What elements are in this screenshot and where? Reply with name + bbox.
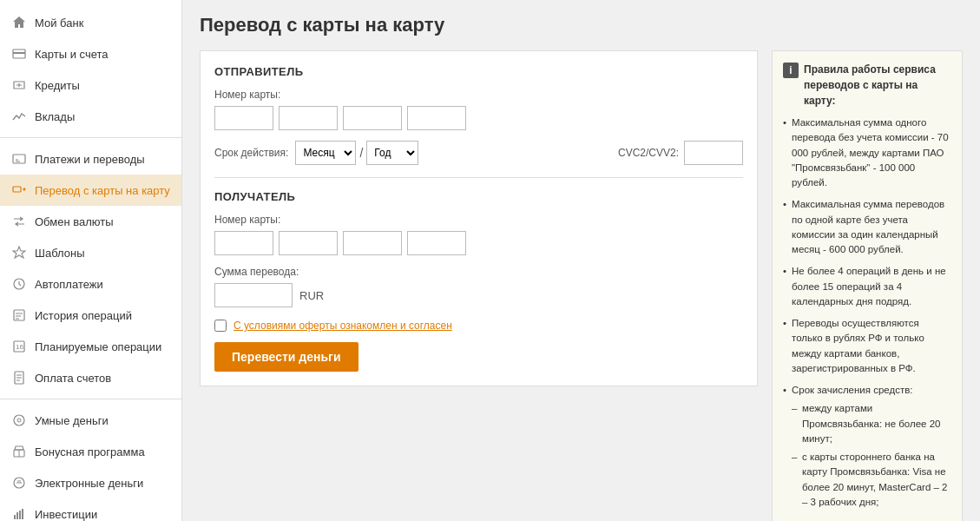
svg-marker-4 <box>13 247 25 258</box>
svg-rect-16 <box>22 509 23 519</box>
planned-icon: 16 <box>10 338 28 355</box>
deposits-icon <box>10 108 28 125</box>
sidebar-item-smart-money[interactable]: Умные деньги <box>0 405 181 436</box>
month-select[interactable]: Месяц 010203 040506 070809 101112 <box>295 141 356 165</box>
info-subrules-list: между картами Промсвязьбанка: не более 2… <box>792 401 951 510</box>
sender-card-part-1[interactable] <box>214 106 273 130</box>
amount-input[interactable] <box>214 283 293 307</box>
info-rule-3: Не более 4 операций в день и не более 15… <box>783 264 951 309</box>
sidebar-divider-1 <box>0 137 181 138</box>
sidebar-item-investments[interactable]: Инвестиции <box>0 498 181 521</box>
offer-checkbox[interactable] <box>214 320 227 332</box>
recipient-card-part-2[interactable] <box>279 231 338 255</box>
recipient-card-number-row <box>214 231 743 255</box>
investments-icon <box>10 505 28 521</box>
smart-money-icon <box>10 412 28 429</box>
recipient-section-title: ПОЛУЧАТЕЛЬ <box>214 190 743 203</box>
sidebar-item-bill[interactable]: Оплата счетов <box>0 362 181 393</box>
cvc-group: CVC2/CVV2: <box>618 141 743 165</box>
card-transfer-icon <box>10 181 28 199</box>
sidebar-item-autopayments[interactable]: Автоплатежи <box>0 268 181 300</box>
currency-label: RUR <box>299 289 324 302</box>
cvc-input[interactable] <box>684 141 743 165</box>
recipient-section: ПОЛУЧАТЕЛЬ Номер карты: Сумма перевода: … <box>214 190 743 307</box>
info-subrule-2: с карты стороннего банка на карту Промсв… <box>792 450 951 510</box>
sender-card-part-4[interactable] <box>407 106 466 130</box>
main-content: Перевод с карты на карту ОТПРАВИТЕЛЬ Ном… <box>182 0 980 521</box>
amount-label: Сумма перевода: <box>214 266 743 278</box>
recipient-card-part-3[interactable] <box>343 231 402 255</box>
bonus-icon <box>10 443 28 460</box>
bill-icon <box>10 369 28 386</box>
info-title: Правила работы сервиса переводов с карты… <box>804 62 951 109</box>
credits-icon <box>10 76 28 94</box>
sender-card-number-row <box>214 106 743 130</box>
recipient-card-part-1[interactable] <box>214 231 273 255</box>
sender-card-label: Номер карты: <box>214 89 743 101</box>
sidebar-item-planned[interactable]: 16 Планируемые операции <box>0 331 181 362</box>
sidebar-item-bonus[interactable]: Бонусная программа <box>0 436 181 467</box>
emoney-icon <box>10 474 28 491</box>
svg-text:16: 16 <box>16 343 23 351</box>
sidebar-item-payments[interactable]: Платежи и переводы <box>0 143 181 175</box>
sender-section-title: ОТПРАВИТЕЛЬ <box>214 65 743 78</box>
templates-icon <box>10 244 28 261</box>
home-icon <box>10 14 28 31</box>
svg-rect-1 <box>13 52 25 54</box>
info-panel: i Правила работы сервиса переводов с кар… <box>772 50 963 521</box>
sidebar-item-deposits[interactable]: Вклады <box>0 101 181 132</box>
sidebar-item-history[interactable]: История операций <box>0 300 181 331</box>
sidebar-item-cards-accounts[interactable]: Карты и счета <box>0 38 181 69</box>
sidebar: Мой банк Карты и счета Кредиты Вклады Пл… <box>0 0 182 521</box>
sidebar-item-templates[interactable]: Шаблоны <box>0 237 181 268</box>
page-title: Перевод с карты на карту <box>200 14 963 36</box>
sender-card-part-2[interactable] <box>279 106 338 130</box>
svg-rect-15 <box>19 511 21 519</box>
exchange-icon <box>10 213 28 230</box>
content-row: ОТПРАВИТЕЛЬ Номер карты: Срок действия: … <box>200 50 963 521</box>
form-panel: ОТПРАВИТЕЛЬ Номер карты: Срок действия: … <box>200 50 758 386</box>
submit-button[interactable]: Перевести деньги <box>214 342 358 372</box>
info-rule-2: Максимальная сумма переводов по одной ка… <box>783 197 951 257</box>
autopayments-icon <box>10 275 28 293</box>
svg-rect-3 <box>13 187 21 192</box>
recipient-card-part-4[interactable] <box>407 231 466 255</box>
section-divider <box>214 177 743 178</box>
year-select[interactable]: Год 202420252026 2027202820292030 <box>366 141 418 165</box>
sidebar-item-my-bank[interactable]: Мой банк <box>0 7 181 38</box>
amount-row: RUR <box>214 283 743 307</box>
svg-rect-14 <box>16 512 18 519</box>
offer-link[interactable]: С условиями оферты ознакомлен и согласен <box>233 320 452 332</box>
sidebar-item-exchange[interactable]: Обмен валюты <box>0 206 181 237</box>
sender-card-part-3[interactable] <box>343 106 402 130</box>
svg-point-10 <box>14 415 24 425</box>
sidebar-item-emoney[interactable]: Электронные деньги <box>0 467 181 498</box>
cvc-label: CVC2/CVV2: <box>618 147 679 159</box>
expiry-separator: / <box>359 146 363 160</box>
payments-icon <box>10 150 28 168</box>
info-icon: i <box>783 63 799 78</box>
history-icon <box>10 307 28 324</box>
sender-section: ОТПРАВИТЕЛЬ Номер карты: Срок действия: … <box>214 65 743 165</box>
sidebar-item-credits[interactable]: Кредиты <box>0 69 181 101</box>
info-rule-1: Максимальная сумма одного перевода без у… <box>783 115 951 190</box>
svg-rect-13 <box>14 515 16 519</box>
sidebar-divider-2 <box>0 399 181 399</box>
info-subrule-1: между картами Промсвязьбанка: не более 2… <box>792 401 951 446</box>
expiry-label: Срок действия: <box>214 147 288 159</box>
info-header: i Правила работы сервиса переводов с кар… <box>783 62 951 109</box>
expiry-cvc-row: Срок действия: Месяц 010203 040506 07080… <box>214 141 743 165</box>
cards-icon <box>10 45 28 63</box>
expiry-group: Срок действия: Месяц 010203 040506 07080… <box>214 141 418 165</box>
offer-checkbox-row: С условиями оферты ознакомлен и согласен <box>214 320 743 332</box>
info-rules-list: Максимальная сумма одного перевода без у… <box>783 115 951 510</box>
info-rule-5: Срок зачисления средств: между картами П… <box>783 383 951 510</box>
recipient-card-label: Номер карты: <box>214 214 743 226</box>
info-rule-4: Переводы осуществляются только в рублях … <box>783 316 951 376</box>
sidebar-item-card-transfer[interactable]: Перевод с карты на карту <box>0 175 181 206</box>
